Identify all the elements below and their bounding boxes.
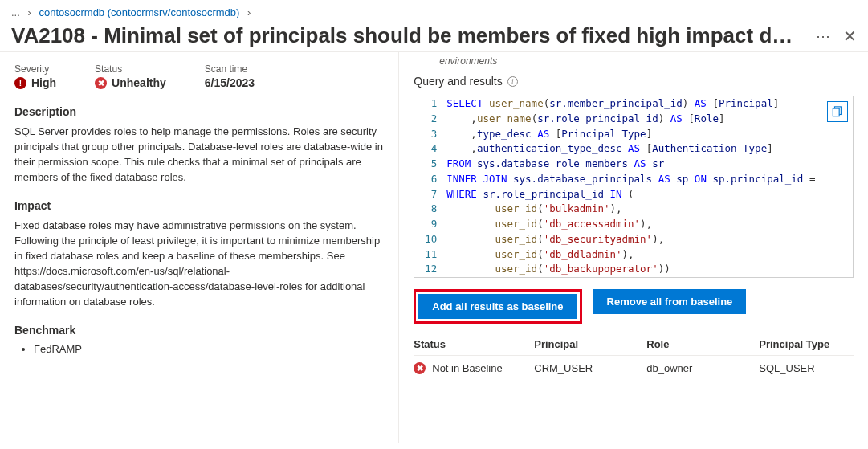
severity-value: High	[31, 76, 56, 89]
impact-heading: Impact	[14, 199, 384, 212]
col-header-role[interactable]: Role	[646, 338, 759, 350]
severity-label: Severity	[14, 63, 56, 75]
not-in-baseline-icon: ✖	[414, 362, 426, 374]
results-table: Status Principal Role Principal Type ✖ N…	[414, 333, 854, 381]
description-text: SQL Server provides roles to help manage…	[14, 124, 384, 185]
benchmark-item: FedRAMP	[34, 343, 384, 355]
add-all-results-button[interactable]: Add all results as baseline	[418, 294, 577, 319]
query-and-results-heading: Query and results	[414, 75, 503, 88]
row-status: Not in Baseline	[432, 362, 502, 374]
highlight-box: Add all results as baseline	[414, 289, 581, 324]
col-header-status[interactable]: Status	[414, 338, 534, 350]
impact-text: Fixed database roles may have administra…	[14, 218, 384, 309]
chevron-right-icon: ›	[247, 6, 251, 18]
copy-query-button[interactable]	[827, 101, 848, 122]
close-icon[interactable]: ✕	[843, 27, 857, 46]
benchmark-heading: Benchmark	[14, 324, 384, 337]
status-value: Unhealthy	[112, 76, 166, 89]
description-heading: Description	[14, 105, 384, 118]
table-row[interactable]: ✖ Not in Baseline CRM_USER db_owner SQL_…	[414, 355, 854, 381]
col-header-principal[interactable]: Principal	[534, 338, 646, 350]
svg-rect-1	[833, 108, 839, 116]
sql-query-box: 1SELECT user_name(sr.member_principal_id…	[414, 96, 854, 278]
copy-icon	[832, 106, 843, 117]
info-icon[interactable]: i	[507, 76, 518, 87]
remove-all-from-baseline-button[interactable]: Remove all from baseline	[593, 289, 747, 314]
query-panel: environments Query and results i 1SELECT…	[399, 52, 868, 443]
environments-note: environments	[439, 55, 854, 67]
scan-time-value: 6/15/2023	[205, 76, 255, 89]
breadcrumb-ellipsis[interactable]: ...	[11, 6, 20, 18]
more-actions-icon[interactable]: ⋯	[816, 27, 830, 45]
chevron-right-icon: ›	[27, 6, 31, 18]
details-panel: Severity ! High Status ✖ Unhealthy Scan …	[0, 52, 399, 443]
row-principal-type: SQL_USER	[759, 362, 854, 374]
breadcrumb: ... › contosocrmdb (contocrmsrv/contosoc…	[0, 0, 868, 22]
scan-time-label: Scan time	[205, 63, 255, 75]
unhealthy-icon: ✖	[95, 77, 107, 89]
status-label: Status	[95, 63, 166, 75]
severity-high-icon: !	[14, 77, 26, 89]
page-title: VA2108 - Minimal set of principals shoul…	[11, 23, 803, 48]
row-role: db_owner	[646, 362, 759, 374]
col-header-principal-type[interactable]: Principal Type	[759, 338, 854, 350]
breadcrumb-link[interactable]: contosocrmdb (contocrmsrv/contosocrmdb)	[39, 6, 239, 18]
row-principal: CRM_USER	[534, 362, 646, 374]
